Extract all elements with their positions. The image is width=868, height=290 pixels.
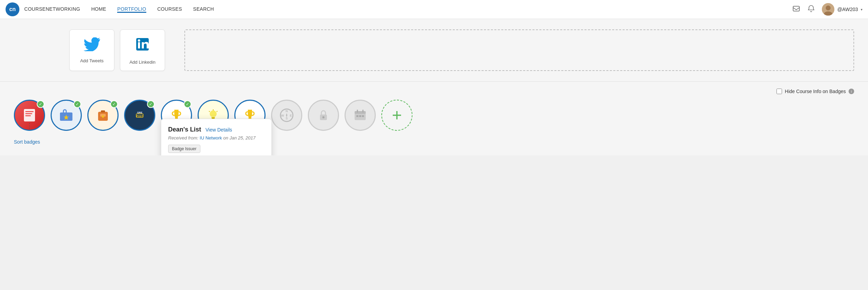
badge-tooltip-popup: Dean's List View Details Received from: … [161,119,272,155]
badge-dots: ⋮ [26,122,33,129]
hide-course-checkbox[interactable] [776,89,782,94]
view-details-link[interactable]: View Details [206,127,232,133]
add-linkedin-button[interactable]: Add Linkedin [120,29,165,71]
info-icon[interactable]: i [849,89,854,94]
user-menu[interactable]: @AW203 ▾ [822,3,862,16]
badge-circle-gray [308,100,339,131]
svg-rect-14 [101,110,105,112]
network-link[interactable]: IU Network [200,135,222,141]
username-label: @AW203 [837,7,858,12]
badge-item[interactable]: ✓ [51,100,82,131]
svg-text:W: W [281,114,284,117]
nav-right: @AW203 ▾ [792,3,862,16]
tooltip-received: Received from: IU Network on Jan 25, 201… [168,135,264,141]
svg-rect-44 [362,115,364,117]
svg-rect-5 [138,42,140,48]
svg-text:N: N [286,109,288,113]
svg-text:POST: POST [136,115,143,117]
svg-rect-42 [356,115,358,117]
badge-issuer-button[interactable]: Badge Issuer [168,145,200,153]
navbar: cn COURSENETWORKING HOME PORTFOLIO COURS… [0,0,868,19]
svg-point-2 [826,6,831,10]
add-tweets-label: Add Tweets [80,58,104,63]
badge-circle-gray: N S W E [271,100,302,131]
nav-link-home[interactable]: HOME [91,6,106,12]
badge-circle-add [381,100,413,131]
nav-logo[interactable]: cn [6,2,19,16]
add-linkedin-label: Add Linkedin [129,60,155,65]
svg-rect-27 [212,117,215,118]
badge-item[interactable]: N S W E [271,100,302,131]
dashed-drop-area [184,29,854,71]
badge-check-icon: ✓ [73,100,81,108]
linkedin-icon [134,36,151,56]
nav-link-search[interactable]: SEARCH [193,6,214,12]
add-tweets-button[interactable]: Add Tweets [69,29,114,71]
svg-rect-43 [359,115,361,117]
badge-item[interactable]: ✓ [87,100,119,131]
hide-course-row: Hide Course Info on Badges i [14,89,854,94]
badge-item[interactable] [345,100,376,131]
svg-rect-9 [25,113,32,114]
notifications-button[interactable] [807,4,815,15]
tooltip-title: Dean's List [168,126,201,133]
svg-rect-0 [793,6,799,11]
tooltip-header: Dean's List View Details [168,126,264,133]
svg-rect-39 [355,111,366,114]
badges-row: ✓ ⋮ ✓ [14,100,854,131]
caret-icon: ▾ [861,8,862,11]
svg-point-6 [138,39,140,42]
badge-item[interactable]: ✓ ⋮ [14,100,45,131]
badge-check-icon: ✓ [147,100,155,108]
badge-item[interactable] [308,100,339,131]
badge-item-deans-list[interactable]: ✓ Dean's List View Details Received from… [161,100,192,131]
add-badge-button[interactable] [381,100,413,131]
svg-text:E: E [290,114,292,117]
svg-rect-10 [25,115,31,116]
badge-circle-gray [345,100,376,131]
badge-check-icon: ✓ [184,100,191,108]
twitter-icon [84,37,100,55]
svg-text:GRE: GRE [137,111,142,114]
svg-point-37 [322,116,324,118]
nav-link-portfolio[interactable]: PORTFOLIO [117,6,146,13]
sort-badges-link[interactable]: Sort badges [14,139,40,145]
svg-rect-8 [25,111,34,112]
social-section: Add Tweets Add Linkedin [0,19,868,82]
svg-point-26 [210,110,217,117]
main-content: Add Tweets Add Linkedin Hide Course Info… [0,19,868,155]
hide-course-label: Hide Course Info on Badges [785,89,846,94]
badge-check-icon: ✓ [37,100,44,108]
badge-item[interactable]: GRE POST ✓ [124,100,155,131]
avatar [822,3,834,16]
inbox-button[interactable] [792,4,800,15]
badges-section: Hide Course Info on Badges i ✓ ⋮ [0,82,868,155]
badge-check-icon: ✓ [110,100,118,108]
nav-link-courses[interactable]: COURSES [157,6,182,12]
nav-link-coursenetworking[interactable]: COURSENETWORKING [24,6,80,12]
nav-links: COURSENETWORKING HOME PORTFOLIO COURSES … [24,6,792,13]
